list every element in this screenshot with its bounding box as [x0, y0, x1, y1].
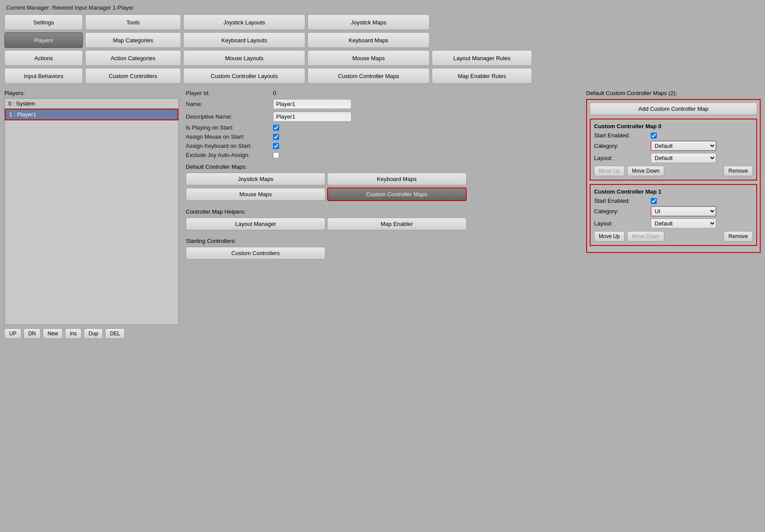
assign-keyboard-row: Assign Keyboard on Start: [186, 143, 579, 149]
joystick-maps-button[interactable]: Joystick Maps [307, 14, 430, 30]
map-card-0-title: Custom Controller Map 0 [594, 123, 753, 130]
map-0-remove-button[interactable]: Remove [724, 166, 753, 176]
mouse-maps-default-button[interactable]: Mouse Maps [186, 188, 325, 201]
dup-button[interactable]: Dup [84, 328, 103, 339]
keyboard-maps-default-button[interactable]: Keyboard Maps [327, 173, 467, 185]
map-1-actions: Move Up Move Down Remove [594, 231, 753, 242]
map-1-layout-select[interactable]: Default [651, 218, 716, 228]
map-1-layout-label: Layout: [594, 220, 651, 227]
is-playing-row: Is Playing on Start: [186, 124, 579, 131]
exclude-joy-label: Exclude Joy Auto-Assign: [186, 152, 273, 158]
assign-mouse-checkbox[interactable] [273, 134, 279, 140]
exclude-joy-checkbox[interactable] [273, 152, 279, 158]
assign-keyboard-checkbox-wrap [273, 143, 279, 149]
default-controller-maps-label: Default Controller Maps: [186, 164, 579, 170]
map-1-category-label: Category: [594, 208, 651, 215]
joystick-layouts-button[interactable]: Joystick Layouts [183, 14, 305, 30]
is-playing-checkbox[interactable] [273, 125, 279, 131]
map-0-start-enabled-label: Start Enabled: [594, 132, 651, 139]
map-0-actions: Move Up Move Down Remove [594, 166, 753, 176]
map-1-start-enabled-label: Start Enabled: [594, 198, 651, 204]
del-button[interactable]: DEL [105, 328, 125, 339]
map-1-start-enabled-checkbox[interactable] [651, 198, 657, 204]
assign-mouse-checkbox-wrap [273, 134, 279, 140]
map-1-start-enabled-row: Start Enabled: [594, 198, 753, 204]
custom-controller-maps-container: Add Custom Controller Map Custom Control… [586, 99, 761, 253]
player-item-1[interactable]: 1 : Player1 [5, 109, 178, 120]
map-0-start-enabled-row: Start Enabled: [594, 132, 753, 139]
map-enabler-helper-button[interactable]: Map Enabler [327, 218, 467, 230]
tools-button[interactable]: Tools [85, 14, 181, 30]
action-categories-button[interactable]: Action Categories [85, 50, 181, 66]
player-list: 0 : System 1 : Player1 [4, 98, 179, 325]
input-behaviors-button[interactable]: Input Behaviors [4, 68, 83, 84]
title-text: Current Manager: Rewired Input Manager 1… [6, 4, 134, 11]
assign-keyboard-checkbox[interactable] [273, 143, 279, 149]
map-1-layout-row: Layout: Default [594, 218, 753, 228]
middle-panel: Player Id: 0 Name: Descriptive Name: Is … [186, 90, 579, 339]
left-panel: Players: 0 : System 1 : Player1 UP DN Ne… [4, 90, 179, 339]
descriptive-name-input[interactable] [273, 112, 352, 122]
map-categories-button[interactable]: Map Categories [85, 32, 181, 48]
name-input[interactable] [273, 99, 352, 109]
custom-controller-maps-button[interactable]: Custom Controller Maps [307, 68, 430, 84]
map-0-layout-label: Layout: [594, 155, 651, 161]
map-0-move-up-button[interactable]: Move Up [594, 166, 625, 176]
add-custom-controller-map-button[interactable]: Add Custom Controller Map [590, 102, 757, 115]
player-item-0[interactable]: 0 : System [5, 99, 178, 109]
name-label: Name: [186, 101, 273, 107]
right-panel-title: Default Custom Controller Maps (2): [586, 90, 761, 96]
is-playing-label: Is Playing on Start: [186, 124, 273, 131]
ins-button[interactable]: Ins [65, 328, 82, 339]
player-id-value: 0 [273, 90, 276, 96]
custom-controllers-button[interactable]: Custom Controllers [85, 68, 181, 84]
actions-button[interactable]: Actions [4, 50, 83, 66]
assign-keyboard-label: Assign Keyboard on Start: [186, 143, 273, 149]
map-enabler-rules-button[interactable]: Map Enabler Rules [432, 68, 532, 84]
map-1-move-down-button[interactable]: Move Down [627, 231, 664, 242]
new-button[interactable]: New [43, 328, 63, 339]
map-1-remove-button[interactable]: Remove [724, 231, 753, 242]
custom-controller-layouts-button[interactable]: Custom Controller Layouts [183, 68, 305, 84]
settings-button[interactable]: Settings [4, 14, 83, 30]
descriptive-name-row: Descriptive Name: [186, 112, 579, 122]
map-0-move-down-button[interactable]: Move Down [627, 166, 664, 176]
map-card-0: Custom Controller Map 0 Start Enabled: C… [590, 119, 757, 181]
map-card-1-title: Custom Controller Map 1 [594, 188, 753, 195]
list-controls: UP DN New Ins Dup DEL [4, 328, 179, 339]
map-0-category-select[interactable]: Default UI [651, 141, 716, 151]
joystick-maps-default-button[interactable]: Joystick Maps [186, 173, 325, 185]
title-bar: Current Manager: Rewired Input Manager 1… [4, 4, 761, 11]
keyboard-maps-button[interactable]: Keyboard Maps [307, 32, 430, 48]
mouse-layouts-button[interactable]: Mouse Layouts [183, 50, 305, 66]
map-0-layout-select[interactable]: Default [651, 153, 716, 163]
assign-mouse-label: Assign Mouse on Start: [186, 133, 273, 140]
map-0-category-row: Category: Default UI [594, 141, 753, 151]
map-1-category-select[interactable]: Default UI [651, 206, 716, 216]
is-playing-checkbox-wrap [273, 125, 279, 131]
map-0-layout-row: Layout: Default [594, 153, 753, 163]
controller-map-helpers-label: Controller Map Helpers: [186, 208, 579, 215]
main-area: Players: 0 : System 1 : Player1 UP DN Ne… [4, 90, 761, 339]
players-label: Players: [4, 90, 179, 96]
name-row: Name: [186, 99, 579, 109]
custom-controllers-start-button[interactable]: Custom Controllers [186, 247, 325, 259]
map-1-move-up-button[interactable]: Move Up [594, 231, 625, 242]
map-0-start-enabled-checkbox[interactable] [651, 133, 657, 139]
dn-button[interactable]: DN [24, 328, 41, 339]
up-button[interactable]: UP [4, 328, 21, 339]
custom-controller-maps-default-button[interactable]: Custom Controller Maps [327, 188, 467, 201]
exclude-joy-checkbox-wrap [273, 152, 279, 158]
mouse-maps-button[interactable]: Mouse Maps [307, 50, 430, 66]
map-0-category-label: Category: [594, 143, 651, 149]
players-button[interactable]: Players [4, 32, 83, 48]
player-id-label: Player Id: [186, 90, 273, 96]
keyboard-layouts-button[interactable]: Keyboard Layouts [183, 32, 305, 48]
layout-manager-helper-button[interactable]: Layout Manager [186, 218, 325, 230]
toolbar: Settings Tools Joystick Layouts Joystick… [4, 14, 761, 84]
layout-manager-rules-button[interactable]: Layout Manager Rules [432, 50, 532, 66]
map-card-1: Custom Controller Map 1 Start Enabled: C… [590, 184, 757, 246]
player-id-row: Player Id: 0 [186, 90, 579, 96]
right-panel: Default Custom Controller Maps (2): Add … [586, 90, 761, 339]
descriptive-name-label: Descriptive Name: [186, 113, 273, 120]
